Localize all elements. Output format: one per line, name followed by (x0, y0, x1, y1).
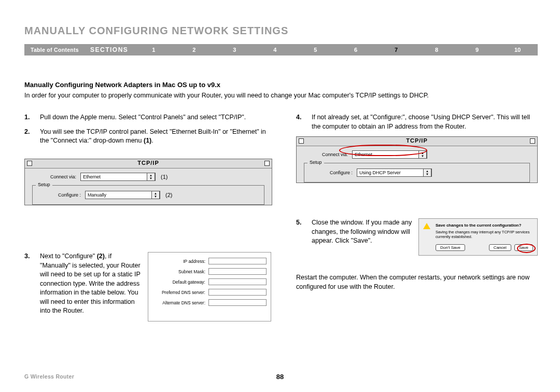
tcpip-window-title-dhcp: TCP/IP (297, 137, 537, 144)
nav-sections-label: SECTIONS (85, 46, 133, 53)
nav-table-of-contents[interactable]: Table of Contents (24, 47, 85, 53)
tcpip-panel-dhcp: TCP/IP Connect via: Ethernet ▲▼ Setup Co… (296, 136, 538, 183)
callout-2: (2) (165, 192, 172, 198)
configure-dropdown-dhcp[interactable]: Using DHCP Server ▲▼ (357, 169, 432, 177)
dropdown-arrows-icon: ▲▼ (147, 173, 155, 181)
default-gateway-label: Default gateway: (152, 279, 205, 285)
configure-label-dhcp: Configure : (309, 170, 353, 175)
connect-via-dropdown-dhcp[interactable]: Ethernet ▲▼ (352, 150, 427, 159)
callout-1: (1) (161, 174, 167, 180)
connect-via-value-dhcp: Ethernet (355, 152, 372, 157)
nav-item-7[interactable]: 7 (376, 47, 416, 53)
tcpip-titlebar-dhcp: TCP/IP (297, 137, 537, 146)
dropdown-arrows-icon: ▲▼ (151, 191, 160, 199)
step-2-callout: (1) (144, 137, 151, 144)
configure-label: Configure : (37, 192, 81, 198)
dropdown-arrows-icon: ▲▼ (418, 150, 427, 159)
nav-item-4[interactable]: 4 (255, 47, 295, 53)
ip-address-table: IP address: Subnet Mask: Default gateway… (148, 252, 271, 321)
step-5-wrap: 5. Close the window. If you made any cha… (296, 218, 538, 256)
setup-frame-dhcp: Setup Configure : Using DHCP Server ▲▼ (304, 163, 530, 183)
step-5-number: 5. (296, 218, 301, 228)
section-subheading: Manually Configuring Network Adapters in… (24, 81, 220, 89)
connect-via-value: Ethernet (83, 174, 101, 179)
nav-item-8[interactable]: 8 (416, 47, 457, 53)
step-1-number: 1. (24, 113, 30, 122)
tcpip-window-title: TCP/IP (25, 160, 272, 166)
setup-legend: Setup (36, 182, 52, 187)
nav-item-6[interactable]: 6 (335, 47, 376, 53)
step-5: 5. Close the window. If you made any cha… (296, 218, 415, 256)
step-3: 3. Next to "Configure" (2), if "Manually… (24, 252, 144, 321)
step-2: 2. You will see the TCP/IP control panel… (24, 128, 272, 146)
configure-value-dhcp: Using DHCP Server (359, 170, 401, 175)
restart-paragraph: Restart the computer. When the computer … (296, 273, 538, 291)
step-2-text-c: . (151, 137, 153, 144)
step-3-text-c: , if "Manually" is selected, your Router… (40, 253, 141, 314)
subnet-mask-label: Subnet Mask: (152, 269, 205, 274)
step-2-number: 2. (24, 128, 30, 137)
page-title: MANUALLY CONFIGURING NETWORK SETTINGS (24, 25, 288, 37)
window-zoom-icon[interactable] (530, 138, 535, 144)
connect-via-label-dhcp: Connect via: (304, 152, 348, 157)
step-1-text: Pull down the Apple menu. Select "Contro… (40, 114, 246, 121)
configure-value-manual: Manually (88, 192, 106, 198)
nav-item-10[interactable]: 10 (497, 47, 538, 53)
dropdown-arrows-icon: ▲▼ (423, 169, 431, 177)
nav-item-3[interactable]: 3 (214, 47, 255, 53)
left-column: 1. Pull down the Apple menu. Select "Con… (24, 113, 272, 151)
step-1: 1. Pull down the Apple menu. Select "Con… (24, 113, 272, 122)
tcpip-titlebar: TCP/IP (25, 159, 272, 169)
preferred-dns-field[interactable] (208, 289, 267, 296)
dont-save-button[interactable]: Don't Save (436, 244, 465, 251)
dialog-message-1: Save changes to the current configuratio… (436, 223, 533, 228)
step-4-number: 4. (296, 113, 301, 122)
window-zoom-icon[interactable] (264, 161, 270, 166)
warning-icon (423, 223, 430, 229)
setup-legend-dhcp: Setup (307, 160, 324, 165)
nav-item-9[interactable]: 9 (457, 47, 497, 53)
save-changes-dialog: Save changes to the current configuratio… (418, 218, 538, 256)
setup-frame: Setup Configure : Manually ▲▼ (2) (32, 185, 264, 205)
step-4-text: If not already set, at "Configure:", cho… (312, 114, 530, 130)
subnet-mask-field[interactable] (208, 268, 267, 275)
alternate-dns-label: Alternate DNS server: (152, 300, 205, 305)
step-3-number: 3. (24, 252, 30, 261)
preferred-dns-label: Preferred DNS server: (152, 290, 205, 295)
step-3-callout: (2) (97, 253, 105, 260)
alternate-dns-field[interactable] (208, 299, 267, 306)
intro-paragraph: In order for your computer to properly c… (24, 91, 538, 100)
footer-page-number: 88 (0, 373, 560, 381)
default-gateway-field[interactable] (208, 278, 267, 285)
step-3-text-a: Next to "Configure" (40, 253, 97, 260)
nav-items: 1 2 3 4 5 6 7 8 9 10 (133, 47, 538, 53)
nav-item-2[interactable]: 2 (174, 47, 214, 53)
configure-dropdown-manual[interactable]: Manually ▲▼ (85, 191, 160, 199)
section-nav-bar: Table of Contents SECTIONS 1 2 3 4 5 6 7… (24, 44, 538, 55)
tcpip-panel-manual: TCP/IP Connect via: Ethernet ▲▼ (1) Setu… (24, 159, 272, 205)
ip-address-label: IP address: (152, 259, 205, 264)
ip-address-field[interactable] (208, 258, 267, 264)
cancel-button[interactable]: Cancel (489, 244, 511, 251)
step-3-wrap: 3. Next to "Configure" (2), if "Manually… (24, 252, 272, 321)
step-5-text: Close the window. If you made any change… (312, 219, 412, 244)
nav-item-5[interactable]: 5 (295, 47, 335, 53)
dialog-message-2: Saving the changes may interrupt any TCP… (436, 230, 533, 239)
nav-item-1[interactable]: 1 (133, 47, 174, 53)
connect-via-label: Connect via: (32, 174, 76, 179)
connect-via-dropdown[interactable]: Ethernet ▲▼ (80, 173, 156, 181)
right-column: 4. If not already set, at "Configure:", … (296, 113, 538, 291)
step-4: 4. If not already set, at "Configure:", … (296, 113, 538, 131)
save-button[interactable]: Save (514, 244, 533, 251)
